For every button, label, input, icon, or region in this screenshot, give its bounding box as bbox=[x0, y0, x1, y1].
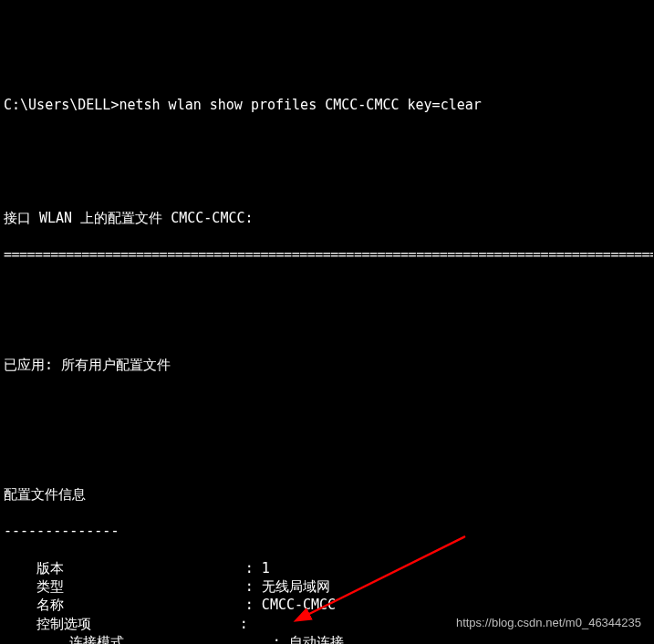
prompt-path: C:\Users\DELL> bbox=[4, 97, 119, 113]
command-prompt-line: C:\Users\DELL>netsh wlan show profiles C… bbox=[4, 96, 654, 114]
kv-row: 名称 : CMCC-CMCC bbox=[4, 596, 654, 614]
interface-header: 接口 WLAN 上的配置文件 CMCC-CMCC: bbox=[4, 209, 654, 227]
watermark-text: https://blog.csdn.net/m0_46344235 bbox=[456, 615, 641, 631]
kv-row: 版本 : 1 bbox=[4, 559, 654, 577]
section-profile-info-title: 配置文件信息 bbox=[4, 485, 654, 504]
blank bbox=[4, 301, 654, 319]
blank bbox=[4, 411, 654, 430]
command-text: netsh wlan show profiles CMCC-CMCC key=c… bbox=[119, 97, 481, 113]
kv-row: 连接模式 : 自动连接 bbox=[4, 633, 654, 644]
applied-label: 已应用: bbox=[4, 357, 53, 373]
equals-divider: ========================================… bbox=[4, 245, 653, 264]
blank bbox=[4, 153, 654, 171]
applied-value: 所有用户配置文件 bbox=[61, 357, 171, 373]
section-profile-info-body: 版本 : 1 类型 : 无线局域网 名称 : CMCC-CMCC 控制选项 : … bbox=[4, 559, 654, 644]
dash-divider: -------------- bbox=[4, 522, 654, 540]
kv-row: 类型 : 无线局域网 bbox=[4, 577, 654, 596]
applied-line: 已应用: 所有用户配置文件 bbox=[4, 356, 654, 374]
